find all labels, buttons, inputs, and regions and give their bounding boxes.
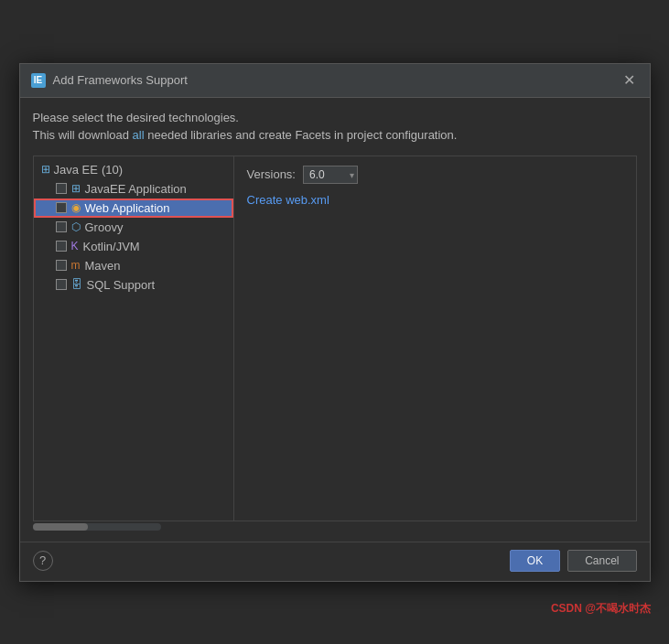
footer-buttons: OK Cancel [510,550,637,572]
title-bar: IE Add Frameworks Support ✕ [20,64,650,98]
description-line1: Please select the desired technologies. [33,109,637,127]
javaee-group-icon: ⊞ [41,163,50,176]
help-button[interactable]: ? [33,551,53,571]
tree-item-sql-support[interactable]: 🗄 SQL Support [34,275,233,295]
description-line2: This will download all needed libraries … [33,126,637,145]
close-button[interactable]: ✕ [620,71,639,90]
tree-item-kotlin-jvm[interactable]: K Kotlin/JVM [34,237,233,256]
scrollbar-thumb[interactable] [33,523,88,531]
title-left: IE Add Frameworks Support [31,73,188,88]
description-before: This will download [33,128,133,142]
groovy-icon: ⬡ [71,220,81,233]
checkbox-maven[interactable] [56,260,67,271]
dialog-icon: IE [31,73,46,88]
javaee-application-icon: ⊞ [71,182,81,195]
dialog-footer: ? OK Cancel [20,542,650,581]
scrollbar-area [33,523,637,531]
checkbox-kotlin-jvm[interactable] [56,241,67,252]
dialog-body: Please select the desired technologies. … [20,98,650,538]
sql-support-icon: 🗄 [71,278,82,291]
web-application-icon: ◉ [71,201,81,214]
kotlin-label: Kotlin/JVM [83,240,140,253]
right-panel: Versions: 3.0 3.1 4.0 5.0 6.0 [234,156,637,521]
checkbox-sql-support[interactable] [56,279,67,290]
description-after: needed libraries and create Facets in pr… [145,128,458,142]
main-content: ⊞ Java EE (10) ⊞ JavaEE Application ◉ [33,156,637,521]
cancel-button[interactable]: Cancel [567,550,636,572]
maven-label: Maven [85,259,121,273]
web-application-label: Web Application [85,201,170,215]
scrollbar-track[interactable] [33,523,161,531]
tree-item-maven[interactable]: m Maven [34,256,233,275]
javaee-application-label: JavaEE Application [85,182,187,196]
checkbox-javaee-application[interactable] [56,183,67,194]
add-frameworks-dialog: IE Add Frameworks Support ✕ Please selec… [19,63,651,582]
checkbox-groovy[interactable] [56,221,67,232]
groovy-label: Groovy [85,220,124,234]
javaee-group-label: Java EE [54,163,98,177]
ok-button[interactable]: OK [510,550,560,572]
tree-item-javaee-application[interactable]: ⊞ JavaEE Application [34,179,233,199]
sql-support-label: SQL Support [87,278,156,292]
create-web-xml-button[interactable]: Create web.xml [247,193,329,207]
tree-group-javaee[interactable]: ⊞ Java EE (10) [34,160,233,179]
versions-row: Versions: 3.0 3.1 4.0 5.0 6.0 [247,166,623,184]
dialog-title: Add Frameworks Support [53,73,188,87]
maven-icon: m [71,259,81,272]
checkbox-web-application[interactable] [56,202,67,213]
description-highlight: all [133,128,145,142]
tree-item-groovy[interactable]: ⬡ Groovy [34,218,233,237]
kotlin-icon: K [71,240,79,252]
left-panel: ⊞ Java EE (10) ⊞ JavaEE Application ◉ [33,156,234,521]
right-panel-empty [247,216,623,511]
description: Please select the desired technologies. … [33,109,637,145]
versions-label: Versions: [247,167,296,181]
watermark: CSDN @不喝水时杰 [551,601,651,617]
create-xml-row: Create web.xml [247,193,623,207]
version-select-wrapper[interactable]: 3.0 3.1 4.0 5.0 6.0 [303,166,358,184]
javaee-group-count: (10) [102,163,123,177]
dialog-overlay: IE Add Frameworks Support ✕ Please selec… [0,0,669,644]
tree-item-web-application[interactable]: ◉ Web Application [34,199,233,218]
version-select[interactable]: 3.0 3.1 4.0 5.0 6.0 [303,166,358,184]
